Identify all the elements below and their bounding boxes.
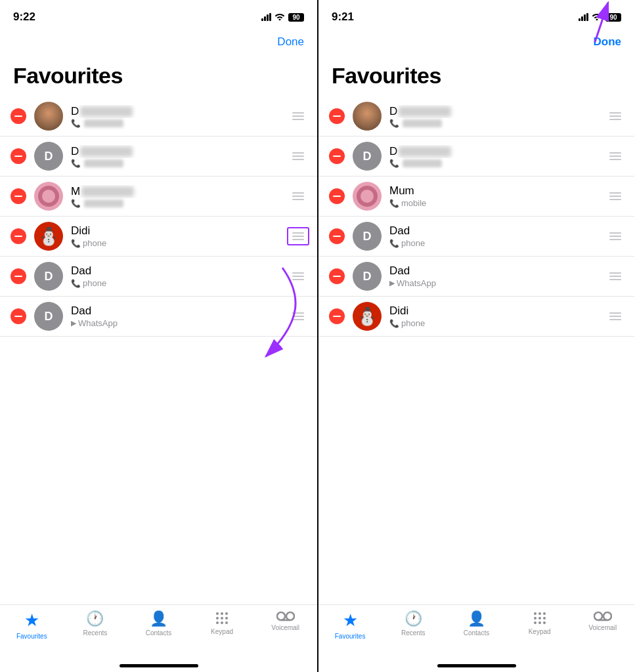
remove-button[interactable]	[11, 148, 26, 164]
list-item-dad-phone: D Dad 📞 phone	[0, 257, 317, 297]
svg-point-20	[534, 621, 536, 624]
contact-info: D 📞	[71, 145, 282, 168]
tab-contacts-right[interactable]: 👤 Contacts	[456, 610, 496, 637]
svg-point-23	[594, 612, 602, 620]
home-bar	[437, 664, 516, 667]
remove-button[interactable]	[11, 108, 26, 124]
remove-button[interactable]	[11, 228, 26, 244]
avatar-mum	[353, 182, 382, 211]
list-item: D D 📞	[318, 136, 634, 177]
tab-label: Keypad	[211, 628, 233, 635]
contact-type: 📞 phone	[71, 238, 282, 248]
list-item: D D 📞	[0, 136, 317, 177]
remove-button[interactable]	[329, 268, 345, 284]
tab-keypad-right[interactable]: Keypad	[520, 610, 559, 635]
remove-button[interactable]	[329, 188, 345, 204]
remove-button[interactable]	[329, 308, 345, 324]
tab-favourites-left[interactable]: ★ Favourites	[12, 610, 51, 640]
tab-recents-right[interactable]: 🕐 Recents	[393, 610, 433, 637]
tab-recents-left[interactable]: 🕐 Recents	[76, 610, 115, 637]
page-title-left: Favourites	[0, 58, 317, 96]
done-button-right[interactable]: Done	[594, 35, 622, 49]
voicemail-icon	[276, 610, 295, 622]
signal-icon-right	[579, 13, 588, 21]
remove-button[interactable]	[11, 308, 26, 324]
avatar-didi: ⛄	[34, 222, 63, 251]
contact-type: 📞 phone	[389, 318, 599, 328]
remove-button[interactable]	[329, 228, 345, 244]
right-phone-panel: 9:21 90 Done	[317, 0, 634, 672]
drag-handle[interactable]	[290, 110, 307, 123]
tab-favourites-right[interactable]: ★ Favourites	[330, 610, 370, 640]
star-icon: ★	[343, 610, 358, 631]
list-item: D 📞	[318, 96, 634, 136]
list-item-r-dad-phone: D Dad 📞 phone	[318, 217, 634, 257]
tab-label: Voicemail	[271, 624, 299, 631]
contact-name: Dad	[389, 264, 599, 278]
contact-name: Didi	[71, 224, 282, 238]
remove-button[interactable]	[329, 148, 345, 164]
svg-point-2	[221, 612, 223, 615]
clock-icon: 🕐	[86, 610, 104, 627]
voicemail-icon	[594, 610, 612, 622]
svg-point-22	[543, 621, 546, 624]
time-left: 9:22	[13, 10, 35, 24]
avatar: D	[34, 262, 63, 291]
drag-handle[interactable]	[290, 190, 307, 203]
remove-button[interactable]	[329, 108, 345, 124]
avatar: D	[353, 142, 382, 171]
contact-info: Dad ▶ WhatsApp	[389, 264, 599, 288]
favourites-list-right: D 📞 D D 📞	[318, 96, 634, 604]
svg-point-7	[216, 621, 219, 624]
contact-type: 📞 phone	[389, 238, 599, 248]
tab-label: Recents	[401, 629, 426, 637]
tab-label: Contacts	[464, 629, 489, 637]
remove-button[interactable]	[11, 188, 26, 204]
avatar: D	[353, 262, 382, 291]
drag-handle-highlighted[interactable]	[290, 230, 307, 243]
battery-icon-left: 90	[288, 13, 304, 22]
wifi-icon-left	[274, 12, 285, 22]
contact-name: Mum	[389, 184, 599, 198]
nav-header-left: Done	[0, 29, 317, 58]
contact-type: 📞 phone	[71, 278, 282, 288]
contact-info: M 📞	[71, 185, 282, 208]
drag-handle[interactable]	[607, 110, 624, 123]
drag-handle[interactable]	[607, 270, 624, 283]
tab-label: Favourites	[16, 633, 47, 640]
contact-type: 📞	[71, 119, 282, 128]
svg-point-17	[534, 617, 536, 620]
drag-handle[interactable]	[290, 150, 307, 163]
drag-handle[interactable]	[607, 150, 624, 163]
drag-handle[interactable]	[607, 230, 624, 243]
status-bar-left: 9:22 90	[0, 0, 317, 29]
status-bar-right: 9:21 90	[318, 0, 634, 29]
keypad-icon	[214, 610, 230, 626]
left-phone-panel: 9:22 90 Done Favourites	[0, 0, 317, 672]
contact-name: D	[71, 105, 282, 118]
remove-button[interactable]	[11, 268, 26, 284]
tab-label: Voicemail	[588, 624, 617, 631]
drag-handle[interactable]	[607, 310, 624, 323]
contact-info: Dad 📞 phone	[389, 224, 599, 248]
time-right: 9:21	[332, 10, 354, 24]
drag-handle[interactable]	[290, 310, 307, 323]
tab-voicemail-left[interactable]: Voicemail	[266, 610, 305, 631]
wifi-icon-right	[592, 12, 602, 22]
drag-handle[interactable]	[290, 270, 307, 283]
svg-point-9	[225, 621, 228, 624]
tab-voicemail-right[interactable]: Voicemail	[583, 610, 623, 631]
svg-point-6	[225, 617, 228, 620]
contact-name: D	[389, 105, 599, 118]
done-button-left[interactable]: Done	[277, 35, 304, 49]
tab-keypad-left[interactable]: Keypad	[202, 610, 242, 635]
list-item-mum: Mum 📞 mobile	[318, 177, 634, 217]
tab-label: Recents	[83, 629, 108, 637]
contact-info: Dad ▶ WhatsApp	[71, 304, 282, 328]
svg-point-24	[603, 612, 611, 620]
contact-name: Dad	[389, 224, 599, 238]
contact-type: 📞	[389, 119, 599, 128]
avatar	[34, 182, 63, 211]
drag-handle[interactable]	[607, 190, 624, 203]
tab-contacts-left[interactable]: 👤 Contacts	[139, 610, 178, 637]
